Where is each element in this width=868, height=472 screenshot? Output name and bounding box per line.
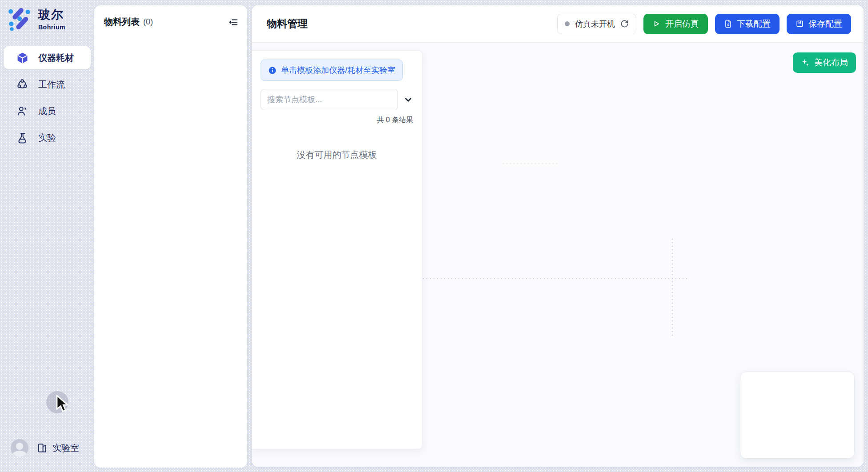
experiment-icon: [16, 132, 28, 144]
status-dot: [565, 21, 570, 26]
simulation-status-pill: 仿真未开机: [557, 14, 636, 34]
mouse-cursor: [55, 395, 71, 414]
sidebar-item-instruments[interactable]: 仪器耗材: [4, 46, 91, 69]
save-config-button[interactable]: 保存配置: [787, 14, 851, 34]
materials-list-panel: 物料列表 (0): [94, 5, 247, 468]
chevron-down-icon[interactable]: [403, 95, 413, 104]
info-icon: [268, 66, 277, 75]
canvas-guide-line: [672, 239, 673, 336]
materials-list-title: 物料列表: [104, 16, 140, 28]
sparkles-icon: [801, 58, 810, 67]
beautify-layout-button[interactable]: 美化布局: [793, 52, 856, 73]
brand-logo: 玻尔 Bohrium: [7, 6, 65, 31]
result-count: 共 0 条结果: [261, 116, 413, 125]
node-template-palette: 单击模板添加仪器/耗材至实验室 共 0 条结果 没有可用的节点模板: [252, 50, 422, 449]
main-header: 物料管理 仿真未开机 开启仿真: [252, 5, 864, 43]
sidebar-item-label: 成员: [38, 105, 56, 117]
canvas-minimap[interactable]: [740, 372, 855, 459]
canvas-guide-line: [423, 278, 688, 279]
refresh-icon[interactable]: [620, 20, 629, 28]
main-card: 物料管理 仿真未开机 开启仿真: [252, 5, 864, 467]
empty-templates-message: 没有可用的节点模板: [261, 149, 413, 161]
building-icon: [36, 442, 48, 454]
sidebar-item-experiment[interactable]: 实验: [4, 126, 91, 149]
lab-link[interactable]: 实验室: [36, 442, 79, 454]
status-label: 仿真未开机: [575, 19, 615, 29]
start-simulation-button[interactable]: 开启仿真: [643, 14, 708, 34]
palette-info-banner: 单击模板添加仪器/耗材至实验室: [261, 60, 403, 81]
sidebar-user-row: 实验室: [11, 439, 79, 457]
brand-subtitle: Bohrium: [38, 24, 65, 31]
file-download-icon: [724, 20, 732, 28]
lab-link-label: 实验室: [52, 442, 79, 454]
sidebar-item-members[interactable]: 成员: [4, 100, 91, 123]
save-icon: [796, 20, 804, 28]
canvas-guide-line: [503, 163, 559, 164]
brand-title: 玻尔: [38, 7, 65, 23]
flow-canvas[interactable]: 美化布局 单击模板添加仪器/耗材至实验室 共 0 条结果: [252, 43, 864, 467]
page-title: 物料管理: [267, 17, 308, 31]
workflow-icon: [16, 78, 28, 91]
collapse-panel-icon[interactable]: [228, 17, 238, 28]
play-icon: [652, 20, 661, 28]
sidebar-item-label: 仪器耗材: [38, 52, 74, 64]
palette-banner-text: 单击模板添加仪器/耗材至实验室: [281, 65, 395, 76]
avatar[interactable]: [11, 439, 28, 457]
sidebar-item-workflow[interactable]: 工作流: [4, 73, 91, 96]
download-config-button[interactable]: 下载配置: [715, 14, 780, 34]
sidebar: 玻尔 Bohrium 仪器耗材 工作流: [0, 0, 94, 472]
members-icon: [16, 105, 28, 117]
cube-icon: [16, 52, 28, 64]
sidebar-menu: 仪器耗材 工作流 成员: [0, 46, 94, 153]
search-template-input[interactable]: [261, 89, 398, 110]
sidebar-item-label: 工作流: [38, 79, 65, 91]
materials-list-count: (0): [143, 17, 153, 27]
sidebar-item-label: 实验: [38, 132, 56, 144]
bohrium-logo-icon: [7, 6, 32, 31]
